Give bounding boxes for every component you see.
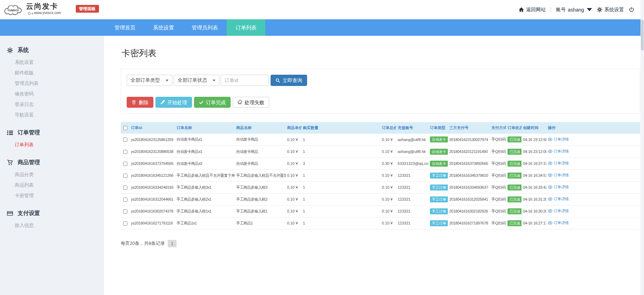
sidebar-item-订单列表[interactable]: 订单列表 [0,140,104,150]
sidebar-item-登录日志[interactable]: 登录日志 [0,99,104,110]
back-to-site-link[interactable]: 返回网站 [519,7,546,13]
column-header-支付方式[interactable]: 支付方式 [490,122,506,134]
nav-tab-系统设置[interactable]: 系统设置 [144,19,183,36]
eye-icon [548,173,552,177]
status-badge: 已完成 [507,173,522,179]
account-name: ashang [568,7,584,13]
account-menu[interactable]: 账号 ashang [556,7,592,13]
order-type-cell: 手工订单 [429,217,448,229]
order-status-cell: 已完成 [506,169,522,181]
system-settings-label: 系统设置 [604,7,624,13]
sidebar-item-卡密管理[interactable]: 卡密管理 [0,190,104,201]
nav-tab-管理首页[interactable]: 管理首页 [106,19,144,36]
order-detail-link[interactable]: 订单详情 [548,161,569,166]
search-button-label: 立即查询 [283,78,302,83]
eye-icon [548,149,552,154]
start-process-button[interactable]: 开始处理 [155,97,192,108]
order-detail-link[interactable]: 订单详情 [548,208,569,214]
order-name-cell: 手工商品多输入框1x1 [175,205,235,217]
brand-site: www.yunscx.com [28,11,61,15]
unit-price-cell: 0.10 ¥ [286,134,301,146]
order-id-cell: ys2018041623125861259 [130,134,175,146]
order-complete-button[interactable]: 订单完成 [194,97,231,108]
row-checkbox[interactable] [123,162,127,166]
order-id-input[interactable] [221,75,268,86]
order-type-select[interactable]: 全部订单类型 [127,75,172,86]
pay-method-cell: 手Q扫码 [490,146,506,157]
column-header-订单类型[interactable]: 订单类型 [429,122,448,134]
sidebar: 系统系统设置邮件模版管理员列表修改密码登录日志导航设置订单管理订单列表商品管理商… [0,36,104,295]
select-all-checkbox[interactable] [123,126,127,130]
sidebar-item-接入信息[interactable]: 接入信息 [0,220,104,231]
row-checkbox[interactable] [123,150,127,154]
pay-method-cell: 手Q扫码 [490,193,506,205]
pay-number-cell: 2018041616312025841 [448,193,490,205]
scrollbar[interactable] [640,0,644,295]
row-checkbox[interactable] [123,138,127,142]
order-status-select[interactable]: 全部订单状态 [174,75,219,86]
order-detail-link[interactable]: 订单详情 [548,185,569,190]
order-detail-link[interactable]: 订单详情 [548,149,569,154]
sidebar-item-商品分类[interactable]: 商品分类 [0,169,104,180]
row-checkbox[interactable] [123,209,127,214]
created-time-cell: 04-16 23:12:58 [522,134,546,146]
logout-button[interactable] [629,7,634,12]
unit-price-cell: 0.10 ¥ [286,169,301,181]
page-number-button[interactable]: 1 [168,240,177,247]
row-checkbox[interactable] [123,197,127,202]
sidebar-item-修改密码[interactable]: 修改密码 [0,89,104,99]
sidebar-item-邮件模版[interactable]: 邮件模版 [0,68,104,78]
order-detail-link[interactable]: 订单详情 [548,137,569,142]
row-checkbox[interactable] [123,174,127,178]
row-checkbox-cell [121,157,130,169]
eye-icon [548,161,552,166]
column-header-订单id[interactable]: 订单id [130,122,175,134]
search-button[interactable]: 立即查询 [271,75,307,86]
column-header-购买数量[interactable]: 购买数量 [301,122,380,134]
scrollbar-thumb[interactable] [641,20,644,51]
nav-tab-管理员列表[interactable]: 管理员列表 [183,19,227,36]
delete-button[interactable]: 删除 [127,97,153,108]
order-type-badge: 自动发卡 [430,161,448,167]
order-type-cell: 手工订单 [429,205,448,217]
row-checkbox[interactable] [123,221,127,226]
process-fail-button[interactable]: 处理失败 [233,97,269,108]
column-header-订单名称[interactable]: 订单名称 [175,122,235,134]
order-status-value: 全部订单状态 [178,77,207,83]
main-content: 卡密列表 全部订单类型 全部订单状态 立即查询 [104,36,644,295]
product-name-cell: 手工商品多输入框3 [235,181,286,193]
order-detail-link[interactable]: 订单详情 [548,173,569,178]
order-detail-label: 订单详情 [553,149,569,154]
column-header-充值账号[interactable]: 充值账号 [396,122,429,134]
column-header-三方支付号[interactable]: 三方支付号 [448,122,490,134]
created-time-cell: 04-16 16:33:42 [522,181,546,193]
order-type-cell: 手工订单 [429,193,448,205]
order-type-cell: 自动发卡 [429,134,448,146]
eye-icon [548,185,552,189]
order-status-cell: 已完成 [506,134,522,146]
column-header-订单总价[interactable]: 订单总价 [380,122,396,134]
table-row: ys2018041616345121266手工商品多输入框且不允许重复下单x1手… [121,169,640,181]
system-settings-link[interactable]: 系统设置 [597,7,624,13]
total-price-cell: 0.10 ¥ [380,169,396,181]
column-header-创建时间[interactable]: 创建时间 [522,122,546,134]
column-header-商品单价[interactable]: 商品单价 [286,122,301,134]
column-header-商品名称[interactable]: 商品名称 [235,122,286,134]
order-detail-link[interactable]: 订单详情 [548,196,569,202]
sidebar-item-商品列表[interactable]: 商品列表 [0,180,104,190]
nav-tab-订单列表[interactable]: 订单列表 [227,19,265,36]
account-cell: 123321 [396,205,429,217]
brand-logo[interactable]: YUNSCX 云尚发卡 www.yunscx.com 管理面板 [4,1,99,19]
row-checkbox[interactable] [123,186,127,190]
column-header-操作[interactable]: 操作 [546,122,640,134]
sidebar-item-导航设置[interactable]: 导航设置 [0,110,104,120]
column-header-订单状态[interactable]: 订单状态 [506,122,522,134]
sidebar-item-管理员列表[interactable]: 管理员列表 [0,78,104,89]
filter-row: 全部订单类型 全部订单状态 立即查询 [127,75,634,86]
order-detail-link[interactable]: 订单详情 [548,220,569,226]
order-id-cell: ys2018041616271791116 [130,217,175,229]
sidebar-item-系统设置[interactable]: 系统设置 [0,57,104,68]
action-cell: 订单详情 [546,205,640,217]
status-badge: 已完成 [507,220,522,226]
sidebar-section-title: 支付设置 [0,207,104,220]
